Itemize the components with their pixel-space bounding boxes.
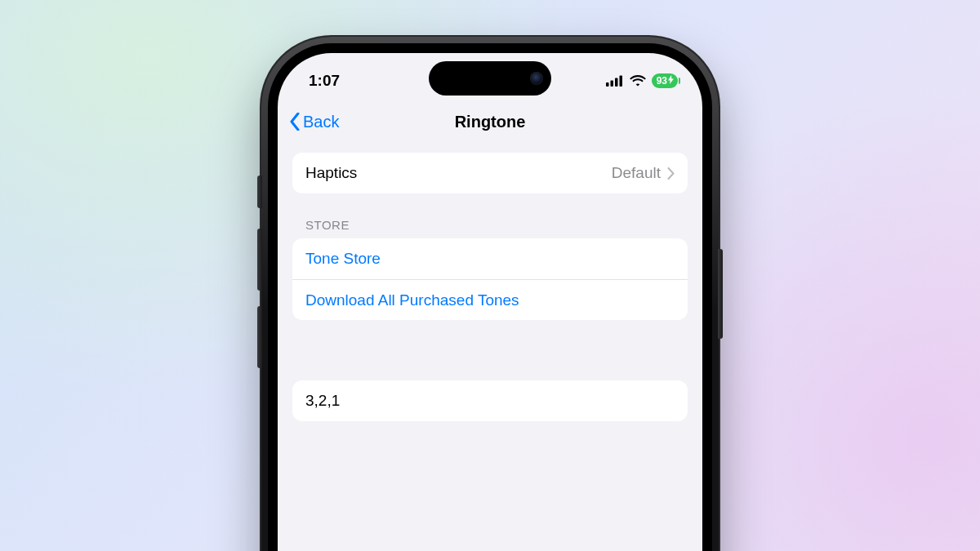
cellular-icon [606, 75, 624, 87]
store-section-header: Store [292, 193, 688, 238]
svg-rect-3 [619, 76, 622, 87]
battery-percent: 93 [657, 75, 667, 87]
navigation-bar: Back Ringtone [278, 102, 702, 141]
mute-switch [257, 176, 262, 208]
haptics-row[interactable]: Haptics Default [292, 153, 688, 193]
chevron-right-icon [667, 167, 675, 180]
svg-rect-0 [606, 82, 609, 87]
ringtone-label: 3,2,1 [305, 392, 340, 410]
volume-down-button [257, 306, 262, 368]
screen: 1:07 [278, 53, 702, 551]
volume-up-button [257, 229, 262, 291]
charging-bolt-icon [668, 75, 674, 87]
status-time: 1:07 [309, 72, 340, 90]
svg-rect-2 [615, 78, 618, 87]
haptics-value: Default [612, 164, 661, 182]
tone-store-label: Tone Store [305, 250, 381, 268]
power-button [718, 249, 723, 339]
tone-store-row[interactable]: Tone Store [292, 238, 688, 279]
front-camera-icon [530, 72, 543, 85]
battery-icon: 93 [652, 73, 678, 88]
download-all-label: Download All Purchased Tones [305, 291, 519, 309]
chevron-left-icon [289, 113, 301, 131]
dynamic-island [429, 61, 551, 96]
wifi-icon [630, 75, 646, 87]
download-all-tones-row[interactable]: Download All Purchased Tones [292, 279, 688, 320]
haptics-label: Haptics [305, 164, 357, 182]
haptics-group: Haptics Default [292, 153, 688, 193]
svg-rect-1 [610, 81, 613, 87]
custom-tones-group: 3,2,1 [292, 380, 688, 421]
page-title: Ringtone [278, 113, 702, 131]
back-button[interactable]: Back [289, 113, 339, 131]
store-group: Tone Store Download All Purchased Tones [292, 238, 688, 320]
iphone-frame: 1:07 [261, 37, 719, 551]
back-label: Back [303, 113, 339, 131]
ringtone-row[interactable]: 3,2,1 [292, 380, 688, 421]
